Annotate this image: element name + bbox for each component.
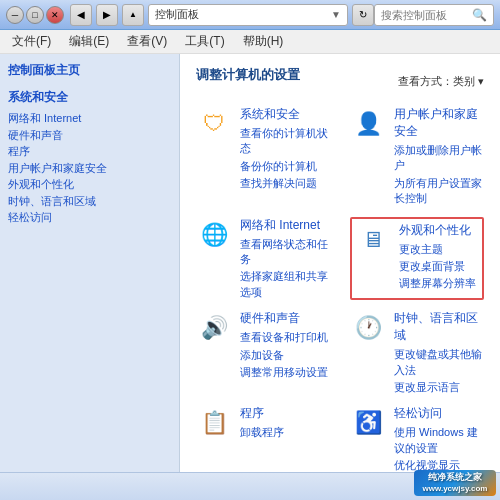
appearance-links: 更改主题 更改桌面背景 调整屏幕分辨率	[399, 242, 479, 292]
category-accessibility: ♿ 轻松访问 使用 Windows 建议的设置 优化视觉显示	[350, 405, 484, 472]
category-header-system: 🛡 系统和安全 查看你的计算机状态 备份你的计算机 查找并解决问题	[196, 106, 330, 192]
appearance-link-0[interactable]: 更改主题	[399, 242, 479, 257]
system-links: 查看你的计算机状态 备份你的计算机 查找并解决问题	[240, 126, 330, 192]
appearance-link-2[interactable]: 调整屏幕分辨率	[399, 276, 479, 291]
watermark: 纯净系统之家 www.ycwjsy.com	[414, 470, 496, 496]
window-controls: ─ □ ✕	[6, 6, 64, 24]
nav-user-link[interactable]: 用户帐户和家庭安全	[8, 160, 171, 177]
watermark-line2: www.ycwjsy.com	[423, 484, 488, 494]
title-bar: ─ □ ✕ ◀ ▶ ▲ 控制面板 ▼ ↻ 🔍	[0, 0, 500, 30]
hardware-link-2[interactable]: 调整常用移动设置	[240, 365, 330, 380]
menu-tools[interactable]: 工具(T)	[181, 31, 228, 52]
address-bar: ◀ ▶ ▲ 控制面板 ▼ ↻	[70, 4, 374, 26]
close-button[interactable]: ✕	[46, 6, 64, 24]
maximize-button[interactable]: □	[26, 6, 44, 24]
refresh-button[interactable]: ↻	[352, 4, 374, 26]
category-info-accessibility: 轻松访问 使用 Windows 建议的设置 优化视觉显示	[394, 405, 484, 472]
network-link-1[interactable]: 选择家庭组和共享选项	[240, 269, 330, 300]
category-time: 🕐 时钟、语言和区域 更改键盘或其他输入法 更改显示语言	[350, 310, 484, 395]
menu-view[interactable]: 查看(V)	[123, 31, 171, 52]
hardware-title-link[interactable]: 硬件和声音	[240, 310, 330, 327]
forward-button[interactable]: ▶	[96, 4, 118, 26]
user-link-1[interactable]: 为所有用户设置家长控制	[394, 176, 484, 207]
accessibility-icon: ♿	[350, 405, 386, 441]
shield-icon: 🛡	[196, 106, 232, 142]
program-link-0[interactable]: 卸载程序	[240, 425, 330, 440]
nav-section-system: 系统和安全 网络和 Internet 硬件和声音 程序 用户帐户和家庭安全 外观…	[8, 89, 171, 226]
category-info-hardware: 硬件和声音 查看设备和打印机 添加设备 调整常用移动设置	[240, 310, 330, 380]
address-text: 控制面板	[155, 7, 327, 22]
category-grid: 🛡 系统和安全 查看你的计算机状态 备份你的计算机 查找并解决问题 👤	[196, 106, 484, 472]
category-info-appearance: 外观和个性化 更改主题 更改桌面背景 调整屏幕分辨率	[399, 222, 479, 292]
address-arrow-icon: ▼	[331, 9, 341, 20]
appearance-title-link[interactable]: 外观和个性化	[399, 222, 479, 239]
search-icon: 🔍	[472, 8, 487, 22]
category-info-program: 程序 卸载程序	[240, 405, 330, 440]
nav-time-link[interactable]: 时钟、语言和区域	[8, 193, 171, 210]
back-button[interactable]: ◀	[70, 4, 92, 26]
menu-bar: 文件(F) 编辑(E) 查看(V) 工具(T) 帮助(H)	[0, 30, 500, 54]
menu-help[interactable]: 帮助(H)	[239, 31, 288, 52]
category-header-appearance: 🖥 外观和个性化 更改主题 更改桌面背景 调整屏幕分辨率	[355, 222, 479, 292]
program-links: 卸载程序	[240, 425, 330, 440]
category-user: 👤 用户帐户和家庭安全 添加或删除用户帐户 为所有用户设置家长控制	[350, 106, 484, 207]
time-link-1[interactable]: 更改显示语言	[394, 380, 484, 395]
title-bar-left: ─ □ ✕ ◀ ▶ ▲ 控制面板 ▼ ↻	[6, 4, 374, 26]
category-header-hardware: 🔊 硬件和声音 查看设备和打印机 添加设备 调整常用移动设置	[196, 310, 330, 380]
user-links: 添加或删除用户帐户 为所有用户设置家长控制	[394, 143, 484, 207]
main-content: 调整计算机的设置 查看方式：类别 ▾ 🛡 系统和安全 查看你的计算机状态 备份你…	[180, 54, 500, 472]
search-box[interactable]: 🔍	[374, 4, 494, 26]
address-box[interactable]: 控制面板 ▼	[148, 4, 348, 26]
view-toggle[interactable]: 查看方式：类别 ▾	[398, 74, 484, 89]
hardware-link-1[interactable]: 添加设备	[240, 348, 330, 363]
up-button[interactable]: ▲	[122, 4, 144, 26]
search-input[interactable]	[381, 9, 468, 21]
hardware-link-0[interactable]: 查看设备和打印机	[240, 330, 330, 345]
user-icon: 👤	[350, 106, 386, 142]
category-header-time: 🕐 时钟、语言和区域 更改键盘或其他输入法 更改显示语言	[350, 310, 484, 395]
hardware-links: 查看设备和打印机 添加设备 调整常用移动设置	[240, 330, 330, 380]
nav-appearance-link[interactable]: 外观和个性化	[8, 176, 171, 193]
accessibility-link-0[interactable]: 使用 Windows 建议的设置	[394, 425, 484, 456]
watermark-line1: 纯净系统之家	[428, 472, 482, 484]
menu-file[interactable]: 文件(F)	[8, 31, 55, 52]
category-header-network: 🌐 网络和 Internet 查看网络状态和任务 选择家庭组和共享选项	[196, 217, 330, 301]
user-title-link[interactable]: 用户帐户和家庭安全	[394, 106, 484, 140]
left-panel: 控制面板主页 系统和安全 网络和 Internet 硬件和声音 程序 用户帐户和…	[0, 54, 180, 472]
category-appearance: 🖥 外观和个性化 更改主题 更改桌面背景 调整屏幕分辨率	[350, 217, 484, 301]
nav-programs-link[interactable]: 程序	[8, 143, 171, 160]
system-title-link[interactable]: 系统和安全	[240, 106, 330, 123]
network-title-link[interactable]: 网络和 Internet	[240, 217, 330, 234]
category-header-accessibility: ♿ 轻松访问 使用 Windows 建议的设置 优化视觉显示	[350, 405, 484, 472]
nav-system-title[interactable]: 系统和安全	[8, 89, 171, 106]
network-icon: 🌐	[196, 217, 232, 253]
time-link-0[interactable]: 更改键盘或其他输入法	[394, 347, 484, 378]
system-link-2[interactable]: 查找并解决问题	[240, 176, 330, 191]
program-title-link[interactable]: 程序	[240, 405, 330, 422]
nav-accessibility-link[interactable]: 轻松访问	[8, 209, 171, 226]
appearance-link-1[interactable]: 更改桌面背景	[399, 259, 479, 274]
nav-hardware-link[interactable]: 硬件和声音	[8, 127, 171, 144]
category-info-network: 网络和 Internet 查看网络状态和任务 选择家庭组和共享选项	[240, 217, 330, 301]
control-panel-nav: 控制面板主页	[8, 62, 171, 79]
time-links: 更改键盘或其他输入法 更改显示语言	[394, 347, 484, 395]
user-link-0[interactable]: 添加或删除用户帐户	[394, 143, 484, 174]
network-link-0[interactable]: 查看网络状态和任务	[240, 237, 330, 268]
category-header-program: 📋 程序 卸载程序	[196, 405, 330, 441]
category-hardware: 🔊 硬件和声音 查看设备和打印机 添加设备 调整常用移动设置	[196, 310, 330, 395]
nav-network-link[interactable]: 网络和 Internet	[8, 110, 171, 127]
main-title: 调整计算机的设置	[196, 66, 300, 84]
content-area: 控制面板主页 系统和安全 网络和 Internet 硬件和声音 程序 用户帐户和…	[0, 54, 500, 472]
accessibility-title-link[interactable]: 轻松访问	[394, 405, 484, 422]
system-link-1[interactable]: 备份你的计算机	[240, 159, 330, 174]
category-network: 🌐 网络和 Internet 查看网络状态和任务 选择家庭组和共享选项	[196, 217, 330, 301]
category-info-system: 系统和安全 查看你的计算机状态 备份你的计算机 查找并解决问题	[240, 106, 330, 192]
time-icon: 🕐	[350, 310, 386, 346]
system-link-0[interactable]: 查看你的计算机状态	[240, 126, 330, 157]
menu-edit[interactable]: 编辑(E)	[65, 31, 113, 52]
category-header-user: 👤 用户帐户和家庭安全 添加或删除用户帐户 为所有用户设置家长控制	[350, 106, 484, 207]
control-panel-home-link[interactable]: 控制面板主页	[8, 62, 171, 79]
minimize-button[interactable]: ─	[6, 6, 24, 24]
hardware-icon: 🔊	[196, 310, 232, 346]
time-title-link[interactable]: 时钟、语言和区域	[394, 310, 484, 344]
